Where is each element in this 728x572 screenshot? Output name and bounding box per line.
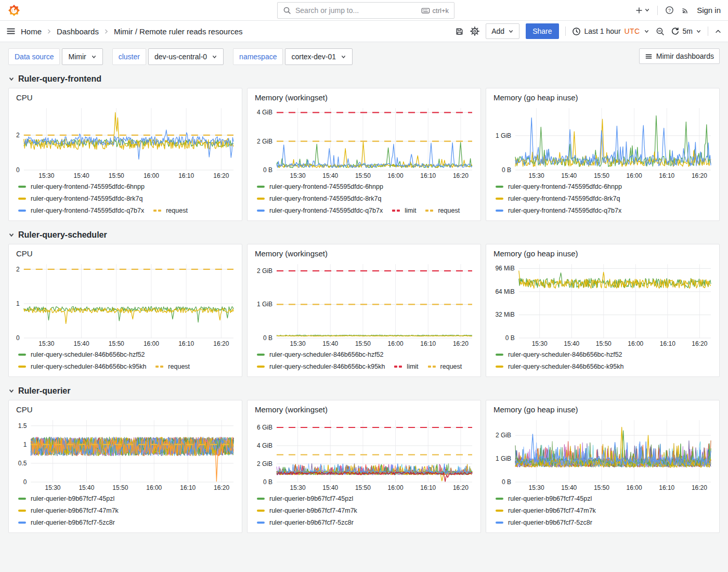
time-series-chart[interactable]: 00.511.515:3015:4015:5016:0016:1016:20	[14, 415, 237, 492]
svg-text:15:50: 15:50	[355, 172, 371, 179]
time-series-chart[interactable]: 0 B2 GiB4 GiB15:3015:4015:5016:0016:1016…	[253, 103, 475, 180]
legend-entry[interactable]: ruler-query-scheduler-846b656bc-k95kh	[257, 363, 385, 370]
share-button[interactable]: Share	[526, 23, 558, 39]
legend-entry[interactable]: ruler-query-frontend-745595dfdc-8rk7q	[496, 195, 620, 202]
legend-swatch	[257, 366, 265, 368]
panel-title[interactable]: Memory (workingset)	[253, 249, 475, 258]
zoom-out-button[interactable]	[656, 27, 665, 36]
panel-title[interactable]: Memory (go heap inuse)	[491, 93, 714, 102]
legend-entry[interactable]: ruler-query-frontend-745595dfdc-6hnpp	[496, 183, 622, 190]
legend-entry[interactable]: ruler-query-scheduler-846b656bc-k95kh	[496, 363, 623, 370]
panel-title[interactable]: CPU	[14, 249, 237, 258]
news-button[interactable]	[681, 6, 690, 15]
legend-entry[interactable]: ruler-query-frontend-745595dfdc-q7b7x	[496, 207, 621, 214]
legend-entry[interactable]: ruler-query-scheduler-846b656bc-k95kh	[18, 363, 146, 370]
time-series-chart[interactable]: 0 B2 GiB4 GiB6 GiB15:3015:4015:5016:0016…	[253, 415, 475, 492]
legend-swatch	[496, 354, 503, 356]
cluster-label[interactable]: cluster	[112, 48, 146, 65]
svg-text:15:30: 15:30	[532, 340, 548, 347]
legend-entry[interactable]: ruler-query-scheduler-846b656bc-hzf52	[257, 351, 384, 358]
breadcrumb-dashboards[interactable]: Dashboards	[57, 27, 99, 36]
legend-entry[interactable]: request	[155, 363, 190, 370]
legend-entry[interactable]: ruler-querier-b9b67fcf7-47m7k	[18, 507, 119, 514]
legend-entry[interactable]: ruler-querier-b9b67fcf7-47m7k	[496, 507, 596, 514]
mega-menu-toggle[interactable]	[6, 27, 16, 36]
svg-text:15:30: 15:30	[290, 340, 306, 347]
panel-title[interactable]: Memory (go heap inuse)	[491, 249, 714, 258]
time-range-picker[interactable]: Last 1 hour UTC	[572, 27, 649, 36]
panel-title[interactable]: CPU	[14, 405, 237, 414]
legend-entry[interactable]: ruler-query-frontend-745595dfdc-6hnpp	[257, 183, 383, 190]
svg-text:0 B: 0 B	[505, 334, 515, 342]
legend-entry[interactable]: ruler-query-frontend-745595dfdc-6hnpp	[18, 183, 145, 190]
legend-swatch	[257, 498, 265, 500]
save-dashboard-button[interactable]	[455, 27, 464, 36]
legend-entry[interactable]: ruler-query-scheduler-846b656bc-hzf52	[496, 351, 622, 358]
legend-entry[interactable]: ruler-querier-b9b67fcf7-45pzl	[496, 495, 592, 502]
refresh-controls[interactable]: 5m	[671, 27, 701, 36]
panel-querier-memory-goheap: Memory (go heap inuse) 0 B1 GiB2 GiB15:3…	[486, 400, 720, 533]
cluster-value-dropdown[interactable]: dev-us-central-0	[148, 48, 224, 65]
legend-label: limit	[407, 363, 418, 370]
legend-entry[interactable]: ruler-querier-b9b67fcf7-47m7k	[257, 507, 357, 514]
legend-entry[interactable]: ruler-querier-b9b67fcf7-5zc8r	[18, 519, 115, 526]
svg-text:15:40: 15:40	[561, 172, 577, 179]
svg-text:15:30: 15:30	[45, 484, 60, 491]
legend-entry[interactable]: limit	[394, 363, 418, 370]
legend-swatch	[18, 210, 26, 212]
legend-entry[interactable]: ruler-query-frontend-745595dfdc-q7b7x	[257, 207, 383, 214]
legend-entry[interactable]: ruler-querier-b9b67fcf7-5zc8r	[257, 519, 354, 526]
legend-entry[interactable]: ruler-query-frontend-745595dfdc-8rk7q	[257, 195, 381, 202]
legend-entry[interactable]: ruler-querier-b9b67fcf7-45pzl	[257, 495, 353, 502]
panel-title[interactable]: Memory (workingset)	[253, 93, 475, 102]
namespace-value-dropdown[interactable]: cortex-dev-01	[285, 48, 353, 65]
svg-text:15:50: 15:50	[355, 340, 371, 347]
list-icon	[645, 53, 653, 60]
collapse-controls-button[interactable]	[714, 28, 722, 35]
row-toggle-ruler-querier[interactable]: Ruler-querier	[8, 386, 720, 396]
panel-frontend-memory-workingset: Memory (workingset) 0 B2 GiB4 GiB15:3015…	[247, 88, 481, 221]
time-series-chart[interactable]: 01215:3015:4015:5016:0016:1016:20	[14, 259, 237, 348]
legend-swatch	[496, 366, 503, 368]
time-series-chart[interactable]: 0 B1 GiB15:3015:4015:5016:0016:1016:20	[491, 103, 714, 180]
panel-title[interactable]: Memory (workingset)	[253, 405, 475, 414]
search-box[interactable]: ctrl+k	[277, 2, 454, 19]
dashboard-settings-button[interactable]	[470, 27, 479, 36]
svg-text:2 GiB: 2 GiB	[257, 267, 272, 275]
legend-entry[interactable]: request	[428, 363, 462, 370]
legend-swatch	[18, 198, 26, 200]
time-series-chart[interactable]: 0 B32 MiB64 MiB96 MiB15:3015:4015:5016:0…	[491, 259, 714, 348]
legend-entry[interactable]: ruler-query-frontend-745595dfdc-q7b7x	[18, 207, 144, 214]
legend-entry[interactable]: ruler-querier-b9b67fcf7-5zc8r	[496, 519, 592, 526]
add-panel-button[interactable]: Add	[486, 23, 519, 39]
grafana-logo[interactable]	[7, 4, 21, 17]
sign-in-link[interactable]: Sign in	[697, 6, 721, 15]
search-input[interactable]	[295, 6, 417, 15]
legend-swatch	[18, 366, 26, 368]
refresh-icon	[671, 27, 680, 36]
datasource-value-dropdown[interactable]: Mimir	[62, 48, 102, 65]
help-button[interactable]: ?	[665, 6, 674, 15]
legend-entry[interactable]: ruler-query-scheduler-846b656bc-hzf52	[18, 351, 145, 358]
new-menu-button[interactable]	[635, 6, 650, 15]
legend-entry[interactable]: request	[153, 207, 188, 214]
time-series-chart[interactable]: 0215:3015:4015:5016:0016:1016:20	[14, 103, 237, 180]
time-series-chart[interactable]: 0 B1 GiB2 GiB15:3015:4015:5016:0016:1016…	[253, 259, 475, 348]
namespace-label[interactable]: namespace	[233, 48, 283, 65]
legend-entry[interactable]: request	[425, 207, 460, 214]
panel-title[interactable]: CPU	[14, 93, 237, 102]
filter-cluster: cluster dev-us-central-0	[112, 48, 224, 65]
legend: ruler-query-scheduler-846b656bc-hzf52rul…	[253, 348, 475, 373]
legend-entry[interactable]: ruler-query-frontend-745595dfdc-8rk7q	[18, 195, 142, 202]
breadcrumb-home[interactable]: Home	[21, 27, 42, 36]
row-toggle-ruler-query-scheduler[interactable]: Ruler-query-scheduler	[8, 230, 720, 240]
chevron-down-icon	[8, 388, 15, 394]
legend: ruler-query-scheduler-846b656bc-hzf52rul…	[14, 348, 237, 373]
mimir-dashboards-button[interactable]: Mimir dashboards	[639, 48, 720, 64]
legend-entry[interactable]: ruler-querier-b9b67fcf7-45pzl	[18, 495, 114, 502]
datasource-label[interactable]: Data source	[8, 48, 60, 65]
row-toggle-ruler-query-frontend[interactable]: Ruler-query-frontend	[8, 74, 720, 84]
panel-title[interactable]: Memory (go heap inuse)	[491, 405, 714, 414]
time-series-chart[interactable]: 0 B1 GiB2 GiB15:3015:4015:5016:0016:1016…	[491, 415, 714, 492]
legend-entry[interactable]: limit	[392, 207, 416, 214]
